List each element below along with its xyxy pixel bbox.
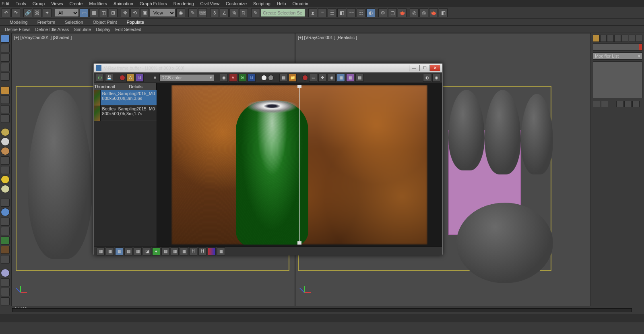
make-unique-button[interactable] bbox=[616, 101, 623, 107]
menu-views[interactable]: Views bbox=[51, 1, 63, 6]
select-object-button[interactable]: ▭ bbox=[80, 8, 89, 17]
graphite-button[interactable]: ◧ bbox=[337, 8, 346, 17]
menu-animation[interactable]: Animation bbox=[114, 1, 133, 6]
menu-scripting[interactable]: Scripting bbox=[253, 1, 270, 6]
percent-snap-button[interactable]: % bbox=[229, 8, 238, 17]
menu-rendering[interactable]: Rendering bbox=[173, 1, 194, 6]
sphere-blue-icon[interactable] bbox=[1, 269, 10, 277]
select-by-name-button[interactable]: ▦ bbox=[89, 8, 98, 17]
vray-frame-buffer-window[interactable]: V-Ray frame buffer - [100% of 800 x 500]… bbox=[93, 63, 443, 255]
vfb-mono-white-icon[interactable] bbox=[261, 75, 267, 81]
motion-tab[interactable] bbox=[614, 35, 621, 42]
history-row[interactable]: Bottles_Sampling2015_M0 800x500;0h,3m,3.… bbox=[94, 90, 157, 106]
render-production-button[interactable]: 🫖 bbox=[398, 8, 407, 17]
rendered-frame-button[interactable]: ▢ bbox=[388, 8, 397, 17]
vfb-region-icon[interactable]: ▭ bbox=[309, 74, 317, 82]
vfb-foot-13-icon[interactable] bbox=[208, 247, 216, 255]
scale-button[interactable]: ▣ bbox=[140, 8, 149, 17]
plane-icon[interactable] bbox=[1, 218, 10, 226]
vfb-b-button[interactable]: B bbox=[136, 74, 144, 82]
object-name-input[interactable] bbox=[593, 44, 642, 51]
vray-ies-icon[interactable] bbox=[1, 95, 10, 104]
menu-create[interactable]: Create bbox=[69, 1, 83, 6]
render-elements-icon[interactable] bbox=[1, 278, 10, 286]
rotate-button[interactable]: ⟲ bbox=[130, 8, 139, 17]
menu-tools[interactable]: Tools bbox=[16, 1, 26, 6]
vray-dome-icon[interactable] bbox=[1, 114, 10, 122]
vfb-a-button[interactable]: A bbox=[126, 74, 134, 82]
tool-smooth-icon[interactable] bbox=[1, 54, 10, 62]
tool-edged-icon[interactable] bbox=[1, 63, 10, 71]
menu-civil-view[interactable]: Civil View bbox=[200, 1, 219, 6]
text-icon[interactable] bbox=[1, 288, 10, 296]
tab-modeling[interactable]: Modeling bbox=[10, 20, 28, 25]
metaball-icon[interactable] bbox=[1, 246, 10, 254]
vfb-foot-3-icon[interactable]: ▦ bbox=[115, 247, 123, 255]
snap-toggle-button[interactable]: 3 bbox=[210, 8, 219, 17]
vfb-foot-1-icon[interactable]: ▦ bbox=[97, 247, 105, 255]
curve-editor-button[interactable]: 〰 bbox=[347, 8, 356, 17]
help-icon[interactable] bbox=[1, 297, 10, 305]
move-button[interactable]: ✥ bbox=[121, 8, 130, 17]
time-slider-track[interactable] bbox=[12, 308, 632, 312]
bounding-icon[interactable] bbox=[1, 255, 10, 263]
maximize-button[interactable]: ☐ bbox=[419, 65, 430, 71]
undo-button[interactable]: ↶ bbox=[2, 8, 10, 17]
configure-sets-button[interactable] bbox=[632, 101, 640, 107]
vray-ambient-icon[interactable] bbox=[1, 105, 10, 113]
vray-tool2-button[interactable]: ◎ bbox=[419, 8, 428, 17]
sub-define-idle[interactable]: Define Idle Areas bbox=[35, 27, 69, 32]
proxy-icon[interactable] bbox=[1, 199, 10, 207]
tab-populate[interactable]: Populate bbox=[126, 20, 144, 25]
menu-graph-editors[interactable]: Graph Editors bbox=[140, 1, 167, 6]
redo-button[interactable]: ↷ bbox=[11, 8, 20, 17]
sun-icon[interactable] bbox=[1, 175, 10, 183]
instancer-icon[interactable] bbox=[1, 236, 10, 245]
compare-handle-bottom[interactable] bbox=[297, 241, 301, 245]
align-button[interactable]: ≡ bbox=[318, 8, 327, 17]
vfb-foot-11-icon[interactable]: H bbox=[189, 247, 197, 255]
close-button[interactable]: ✕ bbox=[430, 65, 440, 71]
vray-light-icon[interactable] bbox=[1, 86, 10, 94]
vray-tool1-button[interactable]: ◎ bbox=[410, 8, 419, 17]
vfb-clamp-icon[interactable]: ▦ bbox=[279, 74, 287, 82]
utilities-tab[interactable] bbox=[629, 35, 636, 42]
sub-simulate[interactable]: Simulate bbox=[74, 27, 91, 32]
material-editor-button[interactable]: ◐ bbox=[366, 8, 375, 17]
vfb-channel-dropdown[interactable]: RGB color▾ bbox=[159, 74, 214, 81]
track-bar[interactable] bbox=[0, 314, 644, 322]
schematic-button[interactable]: ☶ bbox=[357, 8, 365, 17]
vfb-vraylog-icon[interactable]: ◉ bbox=[432, 74, 440, 82]
vfb-link-pdplayer-icon[interactable]: ◐ bbox=[423, 74, 431, 82]
manipulate-button[interactable]: ✎ bbox=[188, 8, 197, 17]
vfb-foot-12-icon[interactable]: H bbox=[198, 247, 206, 255]
vfb-pixel-info-icon[interactable]: ▦ bbox=[355, 74, 363, 82]
sub-display[interactable]: Display bbox=[96, 27, 110, 32]
tool-grid-icon[interactable] bbox=[1, 73, 10, 81]
edit-named-sel-button[interactable]: ✎ bbox=[251, 8, 260, 17]
spinner-snap-button[interactable]: ⇅ bbox=[239, 8, 248, 17]
sphere-light-icon[interactable] bbox=[1, 185, 10, 193]
vfb-mono-gray-icon[interactable] bbox=[268, 75, 274, 81]
sphere-orange-icon[interactable] bbox=[1, 147, 10, 155]
viewport-left-label[interactable]: [+] [VRayCam001 ] [Shaded ] bbox=[14, 35, 72, 40]
create-tab[interactable] bbox=[593, 35, 600, 42]
modifier-stack[interactable] bbox=[593, 61, 642, 98]
select-region-button[interactable]: ◫ bbox=[99, 8, 108, 17]
vfb-foot-10-icon[interactable]: ▦ bbox=[180, 247, 188, 255]
sphere-white-icon[interactable] bbox=[1, 137, 10, 145]
sub-define-flows[interactable]: Define Flows bbox=[5, 27, 31, 32]
extra-tab[interactable] bbox=[636, 35, 642, 42]
unlink-button[interactable]: ⛓ bbox=[33, 8, 42, 17]
vfb-image-area[interactable] bbox=[157, 83, 442, 247]
vfb-save-button[interactable]: 💾 bbox=[105, 74, 113, 82]
time-slider[interactable]: 0 / 100 bbox=[0, 306, 644, 314]
window-crossing-button[interactable]: ⊞ bbox=[109, 8, 118, 17]
minimize-button[interactable]: — bbox=[409, 65, 419, 71]
vfb-foot-4-icon[interactable]: ▦ bbox=[124, 247, 132, 255]
tab-object-paint[interactable]: Object Paint bbox=[93, 20, 117, 25]
sub-edit-selected[interactable]: Edit Selected bbox=[115, 27, 141, 32]
menu-customize[interactable]: Customize bbox=[226, 1, 247, 6]
vfb-folder-icon[interactable]: 📁 bbox=[289, 74, 297, 82]
viewport-right-label[interactable]: [+] [VRayCam001 ] [Realistic ] bbox=[298, 35, 357, 40]
